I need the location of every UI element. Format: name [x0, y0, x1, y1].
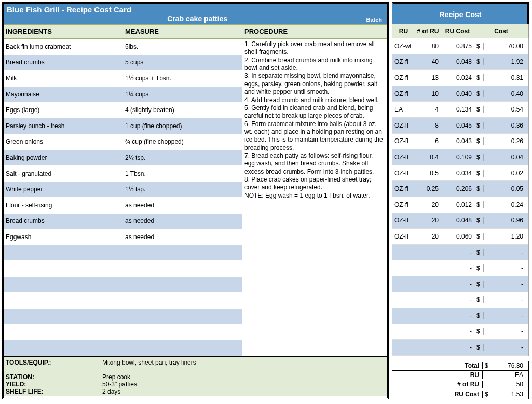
header-bar: Blue Fish Grill - Recipe Cost Card Crab …: [4, 4, 387, 24]
cost-value: 0.40: [484, 90, 528, 97]
cost-value: 70.00: [484, 43, 528, 50]
yield-value: 50-3" patties: [102, 381, 385, 388]
cost-ru-cost: -: [441, 264, 474, 272]
ingredient-row: [4, 309, 242, 325]
cost-ru: OZ-fl: [392, 90, 415, 97]
ingredient-row: Salt - granulated1 Tbsn.: [4, 166, 242, 182]
procedure-step: 1. Carefully pick over crab meat and rem…: [244, 40, 384, 57]
ingredient-row: [4, 245, 242, 261]
cost-row: OZ-fl200.012$0.24: [392, 197, 528, 213]
cost-num-ru: 40: [415, 58, 441, 65]
cost-dollar: $: [474, 185, 484, 192]
col-ru: RU: [392, 27, 415, 35]
shelf-label: SHELF LIFE:: [6, 388, 102, 395]
recipe-name: Crab cake patties: [29, 15, 366, 23]
cost-row: OZ-fl60.043$0.26: [392, 134, 528, 150]
procedure-step: 8. Place crab cakes on paper-lined sheet…: [244, 176, 384, 192]
cost-row: -$-: [392, 324, 528, 340]
cost-ru-cost: -: [441, 281, 474, 288]
cost-row: OZ-fl200.060$1.20: [392, 229, 528, 245]
station-value: Prep cook: [102, 373, 385, 381]
col-ru-cost: RU Cost: [441, 27, 474, 35]
ingredient-name: Mayonnaise: [4, 91, 123, 98]
cost-value: 0.54: [484, 106, 528, 113]
cost-ru: OZ-fl: [392, 122, 415, 129]
cost-dollar: $: [474, 74, 484, 81]
ingredient-name: Salt - granulated: [4, 170, 123, 177]
procedure-step: 7. Bread each patty as follows: self-ris…: [244, 152, 384, 176]
cost-dollar: $: [474, 122, 484, 129]
footer: TOOLS/EQUIP.: Mixing bowl, sheet pan, tr…: [4, 356, 387, 396]
ingredient-row: Milk1½ cups + Tbsn.: [4, 71, 242, 87]
cost-dollar: $: [474, 137, 484, 145]
ru-cost-total-value: 1.53: [492, 391, 528, 398]
ingredient-row: Green onions¾ cup (fine chopped): [4, 134, 242, 150]
cost-value: -: [484, 281, 528, 288]
cost-ru: EA: [392, 106, 415, 113]
cost-ru-cost: -: [441, 312, 474, 319]
ingredient-row: [4, 340, 242, 356]
cost-num-ru: 4: [415, 106, 441, 113]
cost-row: -$-: [392, 292, 528, 309]
cost-dollar: $: [474, 58, 484, 65]
cost-ru: OZ-wt: [392, 43, 415, 50]
ingredient-row: Bread crumbs5 cups: [4, 55, 242, 71]
cost-num-ru: 0.5: [415, 170, 441, 177]
cost-row: OZ-fl0.50.034$0.02: [392, 165, 528, 182]
ingredient-measure: 5lbs.: [123, 43, 242, 50]
cost-row: OZ-fl200.048$0.96: [392, 213, 528, 229]
cost-row: OZ-wt800.875$70.00: [392, 38, 528, 54]
cost-ru: OZ-fl: [392, 217, 415, 224]
cost-ru-cost: 0.134: [441, 106, 474, 113]
cost-ru: OZ-fl: [392, 185, 415, 192]
cost-dollar: $: [474, 90, 484, 97]
cost-ru: OZ-fl: [392, 201, 415, 208]
col-ingredients: INGREDIENTS: [6, 27, 125, 35]
num-ru-total-value: 50: [483, 381, 528, 388]
cost-num-ru: 20: [415, 233, 441, 240]
cost-dollar: $: [474, 312, 484, 319]
cost-ru-cost: -: [441, 296, 474, 303]
left-card: Blue Fish Grill - Recipe Cost Card Crab …: [2, 2, 389, 399]
cost-value: -: [484, 264, 528, 272]
cost-rows: OZ-wt800.875$70.00OZ-fl400.048$1.92OZ-fl…: [392, 38, 529, 356]
cost-value: -: [484, 296, 528, 303]
ingredient-name: Milk: [4, 75, 123, 82]
cost-value: 0.31: [484, 74, 528, 81]
cost-column-headers: RU # of RU RU Cost Cost: [392, 24, 529, 38]
ingredient-row: Back fin lump crabmeat5lbs.: [4, 39, 242, 55]
cost-value: 0.24: [484, 201, 528, 208]
cost-dollar: $: [474, 296, 484, 303]
cost-ru-cost: 0.875: [441, 43, 474, 50]
procedure-step: NOTE: Egg wash = 1 egg to 1 Tbsn. of wat…: [244, 192, 384, 200]
ingredient-measure: 5 cups: [123, 59, 242, 66]
ingredient-measure: as needed: [123, 233, 242, 241]
cost-ru-cost: 0.024: [441, 74, 474, 81]
cost-ru-cost: 0.034: [441, 170, 474, 177]
cost-row: -$-: [392, 276, 528, 292]
cost-dollar: $: [474, 281, 484, 288]
total-value: 76.30: [492, 362, 528, 369]
cost-ru-cost: 0.109: [441, 154, 474, 161]
ingredient-measure: as needed: [123, 202, 242, 209]
cost-row: OZ-fl130.024$0.31: [392, 70, 528, 86]
cost-ru-cost: -: [441, 249, 474, 256]
cost-value: -: [484, 312, 528, 319]
cost-dollar: $: [474, 328, 484, 335]
totals-box: Total $ 76.30 RU EA # of RU 50 RU Cost $…: [392, 361, 529, 399]
cost-value: -: [484, 344, 528, 351]
right-card: Recipe Cost RU # of RU RU Cost Cost OZ-w…: [392, 2, 529, 399]
ingredient-measure: 2½ tsp.: [123, 154, 242, 161]
cost-ru-cost: 0.012: [441, 201, 474, 208]
cost-ru-cost: -: [441, 328, 474, 335]
ingredient-row: [4, 293, 242, 309]
cost-num-ru: 8: [415, 122, 441, 129]
cost-row: OZ-fl0.250.206$0.05: [392, 181, 528, 197]
cost-num-ru: 20: [415, 217, 441, 224]
ingredient-row: Eggwashas needed: [4, 229, 242, 245]
tools-label: TOOLS/EQUIP.:: [6, 359, 102, 366]
cost-value: 0.26: [484, 137, 528, 145]
cost-value: 0.05: [484, 185, 528, 192]
body-area: Back fin lump crabmeat5lbs.Bread crumbs5…: [4, 39, 387, 356]
ingredient-name: Back fin lump crabmeat: [4, 43, 123, 50]
